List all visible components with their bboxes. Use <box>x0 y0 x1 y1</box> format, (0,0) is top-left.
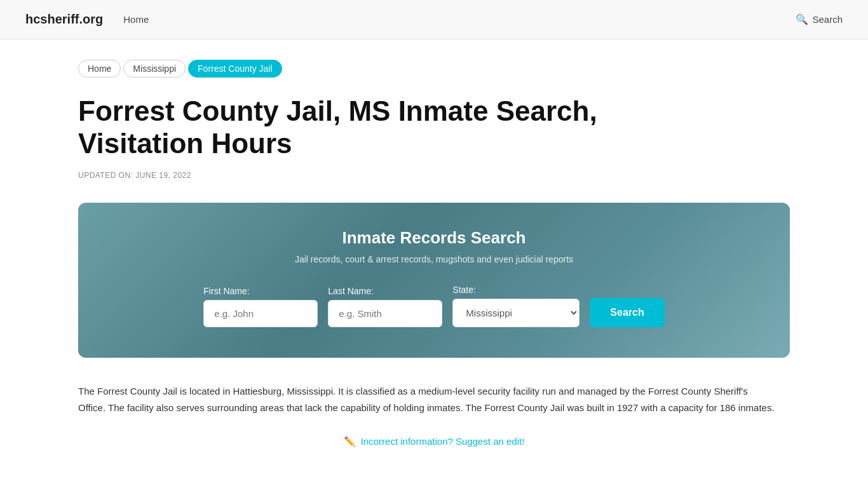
breadcrumb: Home Mississippi Forrest County Jail <box>78 60 790 78</box>
jail-description: The Forrest County Jail is located in Ha… <box>78 383 777 416</box>
last-name-label: Last Name: <box>328 286 374 296</box>
state-label: State: <box>452 285 476 295</box>
header-search-label[interactable]: Search <box>812 14 843 25</box>
first-name-group: First Name: <box>203 286 318 327</box>
main-content: Home Mississippi Forrest County Jail For… <box>53 39 815 485</box>
page-title: Forrest County Jail, MS Inmate Search, V… <box>78 95 650 159</box>
site-header: hcsheriff.org Home 🔍 Search <box>0 0 868 39</box>
pencil-icon: ✏️ <box>344 436 356 447</box>
breadcrumb-forrest-county-jail[interactable]: Forrest County Jail <box>188 60 281 78</box>
last-name-input[interactable] <box>328 300 442 327</box>
search-icon: 🔍 <box>796 13 808 25</box>
breadcrumb-mississippi[interactable]: Mississippi <box>123 60 186 78</box>
header-left: hcsheriff.org Home <box>25 12 149 27</box>
inmate-search-form: First Name: Last Name: State: Mississipp… <box>116 285 752 327</box>
search-button[interactable]: Search <box>590 298 664 327</box>
suggest-edit: ✏️ Incorrect information? Suggest an edi… <box>78 436 790 447</box>
header-search[interactable]: 🔍 Search <box>796 13 843 25</box>
last-name-group: Last Name: <box>328 286 442 327</box>
widget-title: Inmate Records Search <box>116 228 752 248</box>
first-name-label: First Name: <box>203 286 249 296</box>
inmate-search-widget: Inmate Records Search Jail records, cour… <box>78 203 790 358</box>
state-select[interactable]: Mississippi Alabama Alaska Arizona Arkan… <box>452 299 580 327</box>
first-name-input[interactable] <box>203 300 318 327</box>
suggest-edit-link[interactable]: Incorrect information? Suggest an edit! <box>361 436 525 447</box>
widget-subtitle: Jail records, court & arrest records, mu… <box>116 254 752 264</box>
breadcrumb-home[interactable]: Home <box>78 60 121 78</box>
nav-home-link[interactable]: Home <box>123 14 149 25</box>
updated-date: UPDATED ON: JUNE 19, 2022 <box>78 171 790 180</box>
state-group: State: Mississippi Alabama Alaska Arizon… <box>452 285 580 327</box>
site-logo[interactable]: hcsheriff.org <box>25 12 103 27</box>
